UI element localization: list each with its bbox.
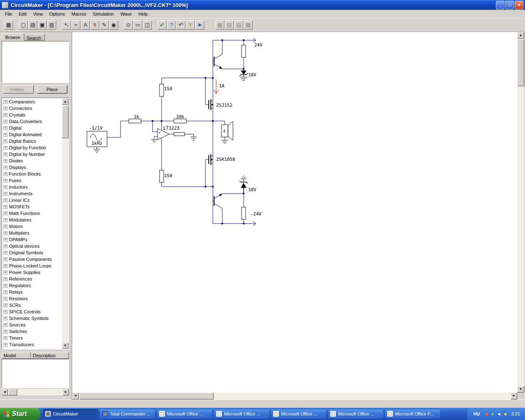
tab-search[interactable]: Search [23, 34, 45, 41]
expand-icon[interactable]: + [4, 179, 7, 183]
label-r-in[interactable]: 1k [134, 114, 139, 119]
expand-icon[interactable]: + [4, 107, 7, 110]
category-connectors[interactable]: +Connectors [2, 105, 62, 112]
resistor-bottom-rail[interactable] [242, 207, 246, 219]
wires[interactable] [107, 40, 256, 224]
task-circuitmaker[interactable]: ▦ CircuitMaker [43, 409, 98, 419]
expand-icon[interactable]: + [4, 133, 7, 137]
tab-browse[interactable]: Browse [2, 33, 24, 41]
expand-icon[interactable]: + [4, 284, 7, 288]
label-source-frequency[interactable]: 1kHz [91, 141, 103, 146]
label-vminus[interactable]: -24V [251, 211, 262, 217]
category-passive-components[interactable]: +Passive Components [2, 256, 62, 262]
sheet-button[interactable]: ▭ [133, 21, 142, 30]
expand-icon[interactable]: + [4, 126, 7, 130]
resistor-top-rail[interactable] [242, 45, 246, 57]
category-linear-ics[interactable]: +Linear ICs [2, 197, 62, 203]
schematic-canvas[interactable]: 24V 18V 1A 2SJ152 150 1k 10k LT1223 + - … [72, 32, 517, 393]
category-mosfets[interactable]: +MOSFETs [2, 203, 62, 210]
menu-item-view[interactable]: View [30, 10, 46, 18]
category-transducers[interactable]: +Transducers [2, 341, 62, 348]
expand-icon[interactable]: + [4, 185, 7, 189]
expand-icon[interactable]: + [4, 244, 7, 248]
label-load[interactable]: 4 [223, 129, 225, 133]
select-button[interactable]: ↖ [62, 21, 71, 30]
category-function-blocks[interactable]: +Function Blocks [2, 171, 62, 177]
tree-scroll-thumb[interactable] [62, 105, 68, 138]
category-digital-basics[interactable]: +Digital Basics [2, 138, 62, 144]
print-button[interactable]: ▥ [47, 21, 56, 30]
expand-icon[interactable]: + [4, 120, 7, 123]
menu-item-macros[interactable]: Macros [68, 10, 89, 18]
canvas-vscrollbar[interactable]: ▲ ▼ [517, 32, 524, 393]
scroll-up-icon[interactable]: ▲ [517, 32, 524, 39]
browse-button[interactable]: ▦ [4, 21, 13, 30]
reset-button[interactable]: ↶ [176, 21, 185, 30]
category-data-converters[interactable]: +Data Converters [2, 118, 62, 125]
expand-icon[interactable]: + [4, 172, 7, 176]
canvas-hscroll-thumb[interactable] [79, 393, 214, 399]
antivirus-icon[interactable]: ◆ [485, 411, 488, 417]
menu-item-edit[interactable]: Edit [16, 10, 30, 18]
menu-item-file[interactable]: File [2, 10, 16, 18]
split-button[interactable]: ◫ [143, 21, 152, 30]
simulation-mode-button[interactable]: ✔ [158, 21, 167, 30]
category-relays[interactable]: +Relays [2, 289, 62, 295]
task-office-4[interactable]: ▢ Microsoft Office ... [328, 409, 383, 419]
menu-item-help[interactable]: Help [135, 10, 151, 18]
expand-icon[interactable]: + [4, 297, 7, 301]
expand-icon[interactable]: + [4, 218, 7, 222]
expand-icon[interactable]: + [4, 205, 7, 209]
clock[interactable]: 2:21 [511, 411, 520, 416]
task-office-5[interactable]: ▢ Microsoft Office P... [385, 409, 441, 419]
expand-icon[interactable]: + [4, 304, 7, 307]
signal-source[interactable] [87, 131, 107, 149]
category-regulators[interactable]: +Regulators [2, 282, 62, 289]
start-button[interactable]: Start [0, 408, 40, 420]
language-indicator[interactable]: HU [471, 411, 482, 417]
sidebar-hscroll-thumb[interactable] [8, 389, 17, 395]
resistor-gate-bottom[interactable] [160, 170, 164, 183]
category-phase-locked-loops[interactable]: +Phase-Locked Loops [2, 262, 62, 269]
zoom-button[interactable]: ◉ [109, 21, 118, 30]
category-motors[interactable]: +Motors [2, 223, 62, 230]
save-button[interactable]: ▣ [38, 21, 47, 30]
menu-item-options[interactable]: Options [46, 10, 68, 18]
expand-icon[interactable]: + [4, 330, 7, 333]
expand-icon[interactable]: + [4, 238, 7, 242]
label-vplus[interactable]: 24V [254, 42, 262, 48]
category-timers[interactable]: +Timers [2, 335, 62, 341]
generator-button[interactable]: ▨ [234, 21, 243, 30]
label-mosfet-top[interactable]: 2SJ152 [216, 103, 233, 108]
ground-output[interactable] [190, 137, 197, 140]
category-diodes[interactable]: +Diodes [2, 158, 62, 164]
category-math-functions[interactable]: +Math Functions [2, 210, 62, 217]
expand-icon[interactable]: + [4, 225, 7, 228]
ground-zener-top[interactable] [240, 77, 247, 80]
category-comparators[interactable]: +Comparators [2, 98, 62, 105]
category-digital-by-function[interactable]: +Digital by Function [2, 144, 62, 151]
expand-icon[interactable]: + [4, 271, 7, 274]
ground-speaker[interactable] [221, 140, 228, 144]
category-digital-animated[interactable]: +Digital Animated [2, 131, 62, 138]
category-displays[interactable]: +Displays [2, 164, 62, 171]
expand-icon[interactable]: + [4, 264, 7, 268]
new-button[interactable]: ▢ [19, 21, 28, 30]
ground-bottom[interactable] [241, 176, 247, 180]
scroll-up-icon[interactable]: ▲ [62, 98, 68, 105]
description-column-header[interactable]: Description [31, 352, 69, 359]
expand-icon[interactable]: + [4, 310, 7, 314]
volume-icon[interactable]: ◄ [497, 411, 501, 417]
network-icon[interactable]: ● [491, 411, 494, 417]
open-button[interactable]: ▤ [28, 21, 37, 30]
expand-icon[interactable]: + [4, 192, 7, 196]
expand-icon[interactable]: + [4, 323, 7, 327]
expand-icon[interactable]: + [4, 139, 7, 143]
resistor-gate-top[interactable] [160, 84, 164, 96]
category-references[interactable]: +References [2, 276, 62, 282]
label-source-amplitude[interactable]: -1/1V [89, 126, 103, 131]
expand-icon[interactable]: + [4, 231, 7, 235]
category-modulators[interactable]: +Modulators [2, 217, 62, 223]
category-spice-controls[interactable]: +SPICE Controls [2, 308, 62, 315]
resistor-1k[interactable] [129, 119, 141, 123]
